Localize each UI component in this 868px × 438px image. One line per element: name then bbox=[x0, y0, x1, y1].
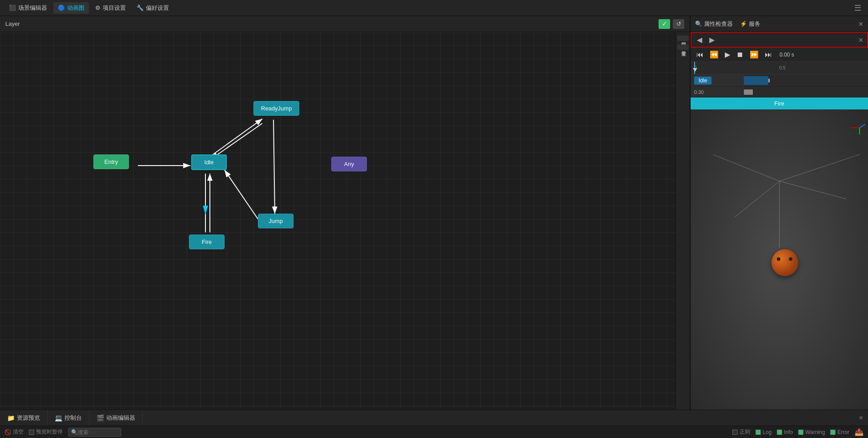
svg-line-3 bbox=[211, 123, 262, 159]
graph-canvas[interactable]: 层级 变量 bbox=[0, 32, 690, 410]
value-track-content bbox=[744, 87, 868, 97]
svg-line-13 bbox=[713, 154, 780, 181]
character-3d bbox=[772, 249, 798, 276]
animator-editor-panel: Layer ✓ ↺ 层级 变量 bbox=[0, 16, 690, 410]
layer-header: Layer ✓ ↺ bbox=[0, 16, 690, 32]
search-input[interactable] bbox=[78, 429, 118, 435]
reset-btn[interactable]: ↺ bbox=[673, 19, 684, 29]
status-error[interactable]: Error bbox=[830, 429, 849, 435]
status-regex[interactable]: 正则 bbox=[732, 428, 750, 436]
status-warning[interactable]: Warning bbox=[798, 429, 825, 435]
timeline-nav-bar: ◀ ▶ ✕ bbox=[691, 32, 868, 48]
panel-toggle-btn[interactable]: ☰ bbox=[852, 3, 864, 13]
search-icon: 🔍 bbox=[71, 429, 78, 435]
character-eye-right bbox=[789, 257, 792, 261]
confirm-btn[interactable]: ✓ bbox=[659, 19, 670, 29]
step-back-btn[interactable]: ⏪ bbox=[707, 49, 721, 60]
status-more-btn[interactable]: 📤 bbox=[855, 428, 864, 436]
step-forward-btn[interactable]: ⏩ bbox=[747, 49, 761, 60]
current-time: 0.00 s bbox=[780, 52, 794, 58]
console-icon: 💻 bbox=[55, 414, 62, 422]
side-toolbar: 层级 变量 bbox=[675, 32, 690, 410]
status-log[interactable]: Log bbox=[755, 429, 772, 435]
character-eye-left bbox=[777, 257, 780, 261]
menu-animation-graph[interactable]: 🔵 动画图 bbox=[53, 2, 89, 14]
preferences-icon: 🔧 bbox=[137, 4, 144, 11]
animation-graph-icon: 🔵 bbox=[58, 4, 65, 11]
node-entry[interactable]: Entry bbox=[93, 154, 129, 169]
viewport-bg bbox=[691, 110, 868, 410]
svg-line-9 bbox=[735, 181, 780, 217]
tab-animation-editor[interactable]: 🎬 动画编辑器 bbox=[89, 410, 143, 426]
right-panel: 🔍 属性检查器 ⚡ 服务 ✕ ◀ ▶ ✕ ⏮ ⏪ ▶ ⏹ ⏩ ⏭ bbox=[690, 16, 868, 410]
status-clear[interactable]: 🚫 清空 bbox=[4, 428, 24, 436]
tab-asset-preview[interactable]: 📁 资源预览 bbox=[0, 410, 48, 426]
service-icon: ⚡ bbox=[740, 20, 747, 27]
error-checkbox bbox=[830, 430, 836, 435]
fire-track: Fire bbox=[691, 97, 868, 110]
play-btn[interactable]: ▶ bbox=[723, 49, 732, 60]
svg-line-8 bbox=[225, 170, 258, 219]
node-readyjump[interactable]: ReadyJump bbox=[253, 101, 299, 116]
tab-console[interactable]: 💻 控制台 bbox=[48, 410, 89, 426]
animation-editor-icon: 🎬 bbox=[96, 414, 104, 422]
svg-marker-7 bbox=[203, 206, 208, 215]
idle-track-label: Idle bbox=[691, 74, 744, 86]
layer-btn[interactable]: 层级 bbox=[677, 36, 689, 41]
svg-line-2 bbox=[210, 119, 262, 157]
nav-forward-btn[interactable]: ▶ bbox=[707, 35, 716, 45]
playback-controls: ⏮ ⏪ ▶ ⏹ ⏩ ⏭ 0.00 s bbox=[691, 48, 868, 62]
scene-editor-icon: ⬛ bbox=[9, 4, 16, 11]
main-layout: Layer ✓ ↺ 层级 变量 bbox=[0, 16, 868, 410]
svg-line-4 bbox=[273, 120, 275, 214]
menu-scene-editor[interactable]: ⬛ 场景编辑器 bbox=[4, 2, 52, 14]
skip-end-btn[interactable]: ⏭ bbox=[763, 50, 774, 60]
nav-back-btn[interactable]: ◀ bbox=[695, 35, 704, 45]
timeline-ruler: 0 0.5 bbox=[691, 62, 868, 74]
info-checkbox bbox=[777, 430, 782, 435]
top-menu-bar: ⬛ 场景编辑器 🔵 动画图 ⚙ 项目设置 🔧 偏好设置 ☰ bbox=[0, 0, 868, 16]
vars-btn[interactable]: 变量 bbox=[677, 45, 689, 50]
playhead-triangle bbox=[693, 68, 697, 72]
inspector-icon: 🔍 bbox=[695, 20, 702, 27]
status-preview-pause[interactable]: 预览时暂停 bbox=[29, 428, 63, 436]
asset-preview-icon: 📁 bbox=[7, 414, 15, 422]
tab-service[interactable]: ⚡ 服务 bbox=[740, 20, 760, 28]
project-settings-icon: ⚙ bbox=[95, 4, 100, 11]
tracks-container: Idle 0.30 Fire bbox=[691, 74, 868, 110]
search-box[interactable]: 🔍 bbox=[68, 428, 121, 437]
layer-controls: ✓ ↺ bbox=[659, 19, 684, 29]
viewport-3d bbox=[691, 110, 868, 410]
stop-btn[interactable]: ⏹ bbox=[734, 50, 746, 60]
ruler-mid: 0.5 bbox=[780, 65, 786, 70]
layer-title: Layer bbox=[5, 20, 20, 27]
value-bar bbox=[744, 89, 753, 95]
regex-checkbox bbox=[732, 430, 738, 435]
skip-start-btn[interactable]: ⏮ bbox=[694, 50, 706, 60]
idle-bar-marker bbox=[768, 79, 770, 82]
value-track-label: 0.30 bbox=[691, 87, 744, 97]
preview-pause-checkbox bbox=[29, 430, 34, 435]
tab-inspector[interactable]: 🔍 属性检查器 bbox=[695, 20, 733, 28]
node-idle[interactable]: Idle bbox=[191, 154, 227, 170]
close-panel-btn[interactable]: ✕ bbox=[858, 20, 864, 28]
log-checkbox bbox=[755, 430, 761, 435]
menu-project-settings[interactable]: ⚙ 项目设置 bbox=[91, 2, 130, 14]
clear-icon: 🚫 bbox=[4, 429, 11, 435]
node-fire[interactable]: Fire bbox=[189, 235, 225, 249]
idle-track: Idle bbox=[691, 74, 868, 87]
close-timeline-btn[interactable]: ✕ bbox=[858, 36, 864, 44]
svg-line-12 bbox=[780, 154, 860, 181]
menu-preferences[interactable]: 🔧 偏好设置 bbox=[132, 2, 173, 14]
status-info[interactable]: Info bbox=[777, 429, 793, 435]
bottom-more-btn[interactable]: ≡ bbox=[854, 414, 868, 421]
right-header-tabs: 🔍 属性检查器 ⚡ 服务 bbox=[695, 20, 760, 28]
right-panel-header: 🔍 属性检查器 ⚡ 服务 ✕ bbox=[691, 16, 868, 32]
warning-checkbox bbox=[798, 430, 804, 435]
svg-line-16 bbox=[860, 124, 865, 128]
node-any[interactable]: Any bbox=[331, 157, 367, 171]
idle-bar bbox=[744, 76, 768, 85]
svg-line-10 bbox=[780, 181, 846, 199]
idle-track-content bbox=[744, 74, 868, 86]
node-jump[interactable]: Jump bbox=[258, 214, 293, 228]
